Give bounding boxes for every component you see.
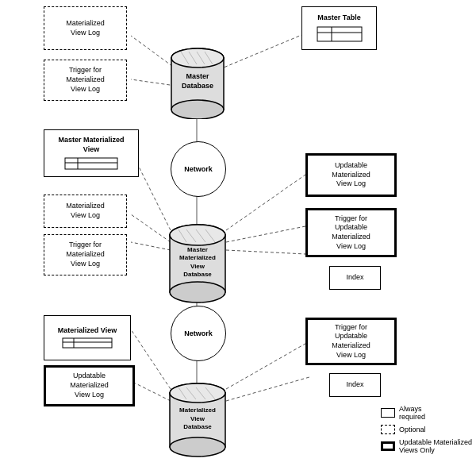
trigger-updatable-mv-log-right1: Trigger forUpdatableMaterializedView Log bbox=[305, 208, 397, 257]
svg-line-6 bbox=[131, 214, 171, 242]
network-bottom-circle: Network bbox=[171, 306, 226, 361]
svg-point-33 bbox=[170, 282, 225, 302]
svg-line-5 bbox=[135, 159, 171, 230]
trigger-for-mv-log-top: Trigger forMaterializedView Log bbox=[44, 60, 127, 101]
diagram: .line-dashed { stroke: #555; stroke-widt… bbox=[0, 0, 476, 470]
master-table-label: Master Table bbox=[317, 13, 360, 23]
mv-label: Materialized View bbox=[58, 326, 117, 336]
svg-line-2 bbox=[214, 32, 309, 71]
legend-optional: Optional bbox=[381, 425, 472, 434]
trigger-updatable-mv-log-right2: Trigger forUpdatableMaterializedView Log bbox=[305, 318, 397, 365]
svg-point-23 bbox=[171, 48, 224, 67]
svg-point-45 bbox=[170, 383, 225, 403]
svg-line-15 bbox=[226, 341, 309, 389]
svg-line-10 bbox=[226, 250, 305, 254]
master-database-cylinder: MasterDatabase bbox=[169, 44, 226, 119]
legend-updatable-only: Updatable MaterializedViews Only bbox=[381, 438, 472, 454]
network-top-circle: Network bbox=[171, 141, 226, 197]
legend-thick-box bbox=[381, 441, 395, 451]
svg-point-34 bbox=[170, 225, 225, 245]
index-right2: Index bbox=[329, 373, 381, 397]
legend-always-required: Alwaysrequired bbox=[381, 405, 472, 421]
updatable-mv-log-right1: UpdatableMaterializedView Log bbox=[305, 153, 397, 197]
legend-dashed-box bbox=[381, 425, 395, 434]
materialized-view-log-top: MaterializedView Log bbox=[44, 6, 127, 50]
master-mv-icon bbox=[63, 156, 119, 171]
master-table-icon bbox=[316, 25, 363, 43]
mv-database-cylinder: MaterializedViewDatabase bbox=[167, 379, 228, 459]
legend: Alwaysrequired Optional Updatable Materi… bbox=[381, 405, 472, 458]
mv-database-label: MaterializedViewDatabase bbox=[179, 406, 216, 431]
trigger-mv-log-mid-left: Trigger forMaterializedView Log bbox=[44, 234, 127, 275]
master-mv-database-label: MasterMaterializedViewDatabase bbox=[179, 246, 216, 279]
master-mv-label: Master MaterializedView bbox=[58, 136, 124, 154]
svg-rect-39 bbox=[63, 338, 112, 348]
svg-line-8 bbox=[226, 175, 305, 230]
index-right1: Index bbox=[329, 266, 381, 290]
materialized-view-box: Materialized View bbox=[44, 315, 131, 360]
mv-log-mid-left: MaterializedView Log bbox=[44, 195, 127, 228]
svg-line-14 bbox=[131, 381, 171, 401]
svg-point-44 bbox=[170, 437, 225, 457]
updatable-mv-log-bottom: UpdatableMaterializedView Log bbox=[44, 365, 135, 406]
legend-solid-box bbox=[381, 408, 395, 418]
master-table-box: Master Table bbox=[301, 6, 377, 50]
svg-line-13 bbox=[131, 329, 171, 389]
svg-line-16 bbox=[226, 377, 309, 401]
mv-icon bbox=[61, 337, 113, 349]
svg-rect-17 bbox=[317, 27, 362, 41]
svg-line-9 bbox=[226, 226, 305, 242]
master-database-label: MasterDatabase bbox=[182, 72, 213, 91]
svg-point-22 bbox=[171, 100, 224, 119]
svg-rect-28 bbox=[65, 158, 117, 169]
svg-line-7 bbox=[131, 242, 171, 250]
master-mv-database-cylinder: MasterMaterializedViewDatabase bbox=[167, 221, 228, 304]
master-materialized-view-box: Master MaterializedView bbox=[44, 129, 139, 177]
